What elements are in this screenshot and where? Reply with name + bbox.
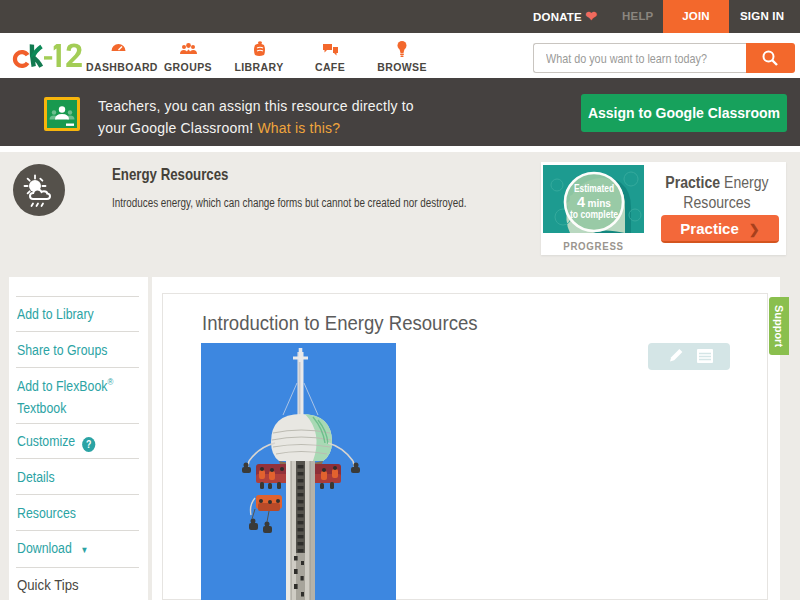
svg-text:to complete: to complete <box>570 209 618 220</box>
